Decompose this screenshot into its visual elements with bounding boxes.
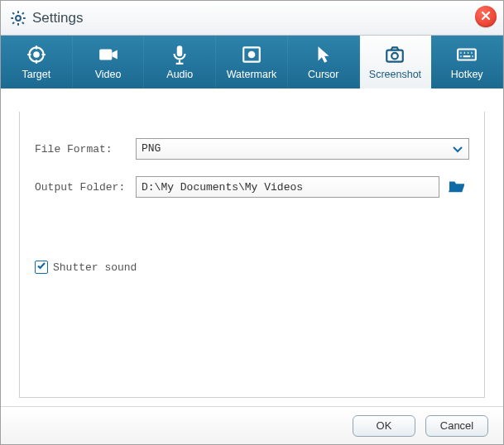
file-format-label: File Format:	[35, 143, 136, 156]
svg-rect-4	[177, 45, 183, 56]
watermark-icon	[241, 44, 262, 65]
svg-rect-9	[458, 50, 476, 60]
cancel-button[interactable]: Cancel	[425, 415, 488, 437]
tab-label: Hotkey	[451, 69, 483, 80]
shutter-sound-checkbox[interactable]	[35, 261, 48, 274]
close-button[interactable]	[475, 6, 497, 27]
gear-icon	[9, 9, 27, 27]
keyboard-icon	[456, 44, 478, 65]
output-folder-row: Output Folder:	[35, 176, 469, 198]
tab-label: Target	[22, 69, 50, 80]
tab-audio[interactable]: Audio	[144, 36, 216, 89]
tab-label: Video	[95, 69, 122, 80]
tab-target[interactable]: Target	[1, 36, 73, 89]
checkmark-icon	[36, 261, 46, 274]
svg-rect-3	[99, 50, 112, 60]
tab-panel-screenshot: File Format: PNG Output Folder:	[19, 112, 485, 398]
file-format-value: PNG	[136, 138, 469, 160]
output-folder-label: Output Folder:	[35, 181, 136, 194]
ok-button[interactable]: OK	[353, 415, 415, 437]
cursor-icon	[313, 44, 334, 65]
window-title: Settings	[32, 10, 83, 26]
tab-watermark[interactable]: Watermark	[216, 36, 288, 89]
browse-folder-button[interactable]	[448, 178, 469, 196]
output-folder-input[interactable]	[136, 176, 439, 198]
file-format-row: File Format: PNG	[35, 138, 469, 160]
microphone-icon	[169, 44, 190, 65]
tab-label: Screenshot	[369, 69, 421, 80]
target-icon	[26, 44, 47, 65]
svg-point-0	[16, 16, 21, 21]
video-icon	[98, 44, 119, 65]
shutter-sound-row: Shutter sound	[35, 261, 469, 274]
content-area: File Format: PNG Output Folder:	[1, 89, 503, 406]
svg-point-8	[392, 53, 399, 60]
tab-screenshot[interactable]: Screenshot	[360, 36, 432, 89]
svg-point-6	[249, 52, 255, 58]
tab-bar: Target Video Audio Watermark Cursor	[1, 36, 503, 89]
tab-label: Watermark	[227, 69, 277, 80]
close-icon	[481, 11, 491, 23]
tab-label: Cursor	[308, 69, 339, 80]
titlebar: Settings	[1, 1, 503, 36]
svg-point-2	[34, 52, 38, 56]
tab-hotkey[interactable]: Hotkey	[431, 36, 503, 89]
tab-video[interactable]: Video	[73, 36, 145, 89]
shutter-sound-label: Shutter sound	[53, 261, 137, 274]
tab-label: Audio	[166, 69, 193, 80]
settings-window: Settings Target Video Audio	[0, 0, 504, 445]
camera-icon	[384, 44, 406, 65]
svg-rect-7	[387, 50, 404, 62]
file-format-select[interactable]: PNG	[136, 138, 469, 160]
footer: OK Cancel	[1, 406, 503, 444]
tab-cursor[interactable]: Cursor	[288, 36, 360, 89]
folder-open-icon	[448, 179, 466, 196]
